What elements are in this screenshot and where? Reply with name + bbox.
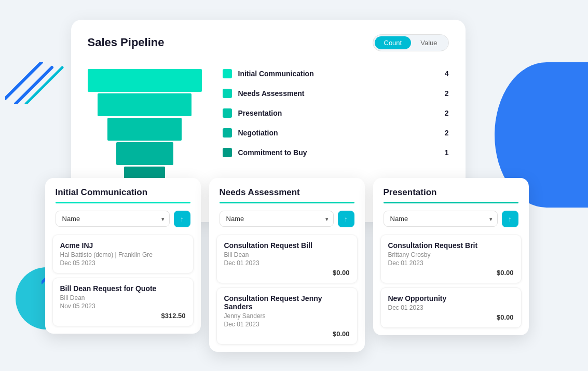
deal-amount-needs-assessment-0: $0.00 [224, 269, 350, 277]
deal-list-needs-assessment: Consultation Request BillBill DeanDec 01… [209, 235, 365, 352]
sort-up-button-initial-communication[interactable]: ↑ [174, 211, 190, 227]
deal-item-initial-communication-1[interactable]: Bill Dean Request for QuoteBill DeanNov … [52, 278, 194, 326]
sort-select-wrapper-needs-assessment: Name▾ [220, 211, 334, 227]
legend-color-2 [223, 108, 232, 118]
legend-label-3: Negotiation [238, 129, 439, 137]
funnel-slice-3 [116, 142, 173, 165]
deal-date-presentation-0: Dec 01 2023 [388, 259, 514, 267]
deal-item-presentation-0[interactable]: Consultation Request BritBrittany Crosby… [380, 235, 522, 283]
deal-name-needs-assessment-1: Consultation Request Jenny Sanders [224, 294, 350, 311]
kanban-divider-needs-assessment [220, 202, 354, 203]
kanban-divider-initial-communication [56, 202, 190, 203]
kanban-title-presentation: Presentation [384, 187, 518, 198]
sort-up-button-presentation[interactable]: ↑ [502, 211, 518, 227]
count-toggle-button[interactable]: Count [375, 36, 412, 49]
deal-contact-needs-assessment-1: Jenny Sanders [224, 312, 350, 320]
main-container: Sales Pipeline Count Value Initial Commu… [45, 20, 543, 352]
deal-name-initial-communication-0: Acme INJ [60, 241, 186, 250]
deal-date-needs-assessment-0: Dec 01 2023 [224, 259, 350, 267]
deal-contact-initial-communication-0: Hal Battisto (demo) | Franklin Gre [60, 251, 186, 258]
chart-title: Sales Pipeline [88, 36, 165, 49]
deal-date-needs-assessment-1: Dec 01 2023 [224, 321, 350, 328]
deal-list-presentation: Consultation Request BritBrittany Crosby… [373, 235, 529, 335]
sort-row-initial-communication: Name▾↑ [45, 211, 201, 235]
deal-contact-needs-assessment-0: Bill Dean [224, 251, 350, 258]
legend-count-1: 2 [445, 89, 449, 98]
chart-header: Sales Pipeline Count Value [88, 34, 449, 51]
kanban-title-needs-assessment: Needs Assessment [220, 187, 354, 198]
legend-count-4: 1 [445, 148, 449, 157]
kanban-header-initial-communication: Initial Communication [45, 178, 201, 203]
sort-row-presentation: Name▾↑ [373, 211, 529, 235]
sort-select-wrapper-initial-communication: Name▾ [56, 211, 170, 227]
legend-count-2: 2 [445, 109, 449, 117]
deal-item-needs-assessment-0[interactable]: Consultation Request BillBill DeanDec 01… [216, 235, 358, 283]
funnel-slice-0 [88, 69, 202, 92]
legend-item-3: Negotiation2 [223, 128, 449, 138]
deal-amount-needs-assessment-1: $0.00 [224, 330, 350, 338]
deal-date-initial-communication-1: Nov 05 2023 [60, 303, 186, 310]
legend-label-2: Presentation [238, 109, 439, 117]
kanban-area: Initial CommunicationName▾↑Acme INJHal B… [45, 178, 543, 352]
sort-select-wrapper-presentation: Name▾ [384, 211, 498, 227]
deal-item-presentation-1[interactable]: New OpportunityDec 01 2023$0.00 [380, 287, 522, 328]
deal-amount-initial-communication-1: $312.50 [60, 312, 186, 320]
funnel-slice-1 [98, 93, 191, 116]
deal-amount-presentation-0: $0.00 [388, 269, 514, 277]
kanban-column-initial-communication: Initial CommunicationName▾↑Acme INJHal B… [45, 178, 201, 334]
kanban-column-presentation: PresentationName▾↑Consultation Request B… [373, 178, 529, 335]
deal-name-presentation-0: Consultation Request Brit [388, 241, 514, 250]
sort-select-needs-assessment[interactable]: Name [220, 211, 334, 227]
legend-item-0: Initial Communication4 [223, 69, 449, 78]
sort-row-needs-assessment: Name▾↑ [209, 211, 365, 235]
kanban-header-needs-assessment: Needs Assessment [209, 178, 365, 203]
legend-item-2: Presentation2 [223, 108, 449, 118]
sort-select-initial-communication[interactable]: Name [56, 211, 170, 227]
legend-color-3 [223, 128, 232, 138]
kanban-column-needs-assessment: Needs AssessmentName▾↑Consultation Reque… [209, 178, 365, 352]
kanban-divider-presentation [384, 202, 518, 203]
legend-label-0: Initial Communication [238, 70, 439, 78]
deal-contact-presentation-0: Brittany Crosby [388, 251, 514, 258]
deal-item-initial-communication-0[interactable]: Acme INJHal Battisto (demo) | Franklin G… [52, 235, 194, 273]
value-toggle-button[interactable]: Value [411, 36, 446, 49]
chart-body: Initial Communication4Needs Assessment2P… [88, 64, 449, 189]
deal-contact-initial-communication-1: Bill Dean [60, 294, 186, 301]
deal-date-presentation-1: Dec 01 2023 [388, 304, 514, 311]
legend-label-1: Needs Assessment [238, 89, 439, 98]
legend-item-4: Commitment to Buy1 [223, 148, 449, 157]
funnel-slice-2 [107, 118, 182, 141]
legend-color-0 [223, 69, 232, 78]
deal-item-needs-assessment-1[interactable]: Consultation Request Jenny SandersJenny … [216, 287, 358, 345]
legend-count-0: 4 [445, 70, 449, 78]
toggle-group: Count Value [373, 34, 449, 51]
sort-select-presentation[interactable]: Name [384, 211, 498, 227]
funnel-chart [88, 69, 202, 189]
kanban-header-presentation: Presentation [373, 178, 529, 203]
deal-date-initial-communication-0: Dec 05 2023 [60, 259, 186, 267]
sort-up-button-needs-assessment[interactable]: ↑ [338, 211, 354, 227]
legend-count-3: 2 [445, 129, 449, 137]
legend-container: Initial Communication4Needs Assessment2P… [223, 69, 449, 157]
deal-name-initial-communication-1: Bill Dean Request for Quote [60, 284, 186, 293]
deal-amount-presentation-1: $0.00 [388, 313, 514, 321]
legend-item-1: Needs Assessment2 [223, 89, 449, 98]
legend-color-4 [223, 148, 232, 157]
legend-label-4: Commitment to Buy [238, 148, 439, 157]
deal-list-initial-communication: Acme INJHal Battisto (demo) | Franklin G… [45, 235, 201, 334]
kanban-title-initial-communication: Initial Communication [56, 187, 190, 198]
legend-color-1 [223, 89, 232, 98]
deal-name-needs-assessment-0: Consultation Request Bill [224, 241, 350, 250]
deal-name-presentation-1: New Opportunity [388, 294, 514, 303]
